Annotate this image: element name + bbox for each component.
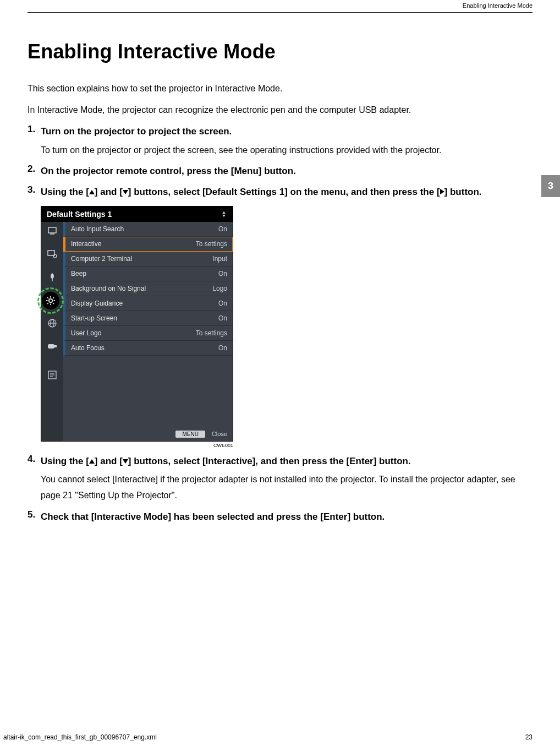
text-fragment: ] buttons, select [Default Settings 1] o… <box>128 187 440 197</box>
step-3: 3. Using the [] and [] buttons, select [… <box>41 184 532 448</box>
info-icon <box>47 369 58 380</box>
menu-row-label: Display Guidance <box>71 300 123 307</box>
svg-point-5 <box>53 254 57 258</box>
step-number: 3. <box>28 184 35 195</box>
menu-sidebar-icons <box>41 222 63 441</box>
svg-line-26 <box>47 297 48 298</box>
menu-row-value: To settings <box>196 329 227 337</box>
menu-row-label: User Logo <box>71 329 101 337</box>
menu-row-label: Background on No Signal <box>71 285 146 292</box>
menu-close-label: Close <box>212 431 227 437</box>
menu-row[interactable]: Background on No SignalLogo <box>63 281 233 296</box>
menu-row[interactable]: Auto Input SearchOn <box>63 222 233 237</box>
menu-row[interactable]: BeepOn <box>63 266 233 281</box>
menu-row[interactable]: Auto FocusOn <box>63 341 233 356</box>
scroll-indicator-icon <box>221 211 227 217</box>
step-body: To turn on the projector or project the … <box>41 143 532 159</box>
intro-paragraph-2: In Interactive Mode, the projector can r… <box>28 102 532 117</box>
menu-rows: Auto Input SearchOn InteractiveTo settin… <box>63 222 233 441</box>
gear-1-icon <box>42 292 59 309</box>
svg-rect-15 <box>48 344 54 349</box>
svg-rect-4 <box>48 251 54 255</box>
menu-row-value: Logo <box>212 285 227 292</box>
down-triangle-icon <box>123 459 128 464</box>
step-number: 5. <box>28 509 35 520</box>
svg-line-29 <box>47 303 48 304</box>
step-number: 4. <box>28 454 35 465</box>
svg-rect-16 <box>54 345 57 347</box>
text-fragment: ] buttons, select [Interactive], and the… <box>128 456 411 466</box>
menu-row-value: To settings <box>196 240 227 248</box>
eco-icon <box>47 271 58 282</box>
right-triangle-icon <box>440 189 444 194</box>
step-number: 2. <box>28 164 35 175</box>
menu-row-label: Computer 2 Terminal <box>71 255 132 263</box>
intro-paragraph-1: This section explains how to set the pro… <box>28 81 532 96</box>
menu-screenshot: Default Settings 1 <box>41 206 233 448</box>
menu-row-label: Interactive <box>71 240 101 248</box>
menu-row[interactable]: Display GuidanceOn <box>63 296 233 311</box>
menu-row-label: Beep <box>71 270 86 277</box>
menu-row-value: On <box>218 314 227 322</box>
text-fragment: ] button. <box>444 187 482 197</box>
footer-page-number: 23 <box>525 733 532 741</box>
text-fragment: Using the [ <box>41 456 89 466</box>
breadcrumb: Enabling Interactive Mode <box>463 2 532 12</box>
svg-line-28 <box>53 297 54 298</box>
step-heading: Turn on the projector to project the scr… <box>41 124 532 139</box>
text-fragment: Using the [ <box>41 187 89 197</box>
screen-icon <box>47 225 58 236</box>
step-heading: Using the [] and [] buttons, select [Int… <box>41 454 532 469</box>
menu-button[interactable]: MENU <box>175 431 205 438</box>
menu-row-value: On <box>218 270 227 277</box>
menu-row-label: Start-up Screen <box>71 314 117 322</box>
up-triangle-icon <box>89 190 95 194</box>
network-icon <box>47 318 58 329</box>
footer-filename: altair-ik_com_read_this_first_gb_0009670… <box>3 733 157 741</box>
step-5: 5. Check that [Interactive Mode] has bee… <box>41 509 532 524</box>
svg-marker-1 <box>222 215 226 217</box>
step-2: 2. On the projector remote control, pres… <box>41 164 532 178</box>
page-title: Enabling Interactive Mode <box>28 40 532 63</box>
step-number: 1. <box>28 124 35 135</box>
menu-title-text: Default Settings 1 <box>47 210 112 219</box>
menu-row-label: Auto Focus <box>71 344 105 352</box>
step-1: 1. Turn on the projector to project the … <box>41 124 532 158</box>
menu-row-label: Auto Input Search <box>71 225 124 233</box>
page-footer: altair-ik_com_read_this_first_gb_0009670… <box>0 733 560 741</box>
horizontal-rule <box>28 12 532 13</box>
text-fragment: ] and [ <box>95 187 123 197</box>
menu-row-value: On <box>218 344 227 352</box>
step-heading: On the projector remote control, press t… <box>41 164 532 178</box>
menu-footer: MENU Close <box>63 427 233 441</box>
svg-rect-2 <box>48 227 56 233</box>
step-heading: Check that [Interactive Mode] has been s… <box>41 509 532 524</box>
step-4: 4. Using the [] and [] buttons, select [… <box>41 454 532 504</box>
menu-row[interactable]: Start-up ScreenOn <box>63 311 233 326</box>
menu-empty-area <box>63 356 233 427</box>
figure-caption: CWE001 <box>41 442 233 448</box>
svg-marker-0 <box>222 211 226 214</box>
text-fragment: ] and [ <box>95 456 123 466</box>
down-triangle-icon <box>123 190 128 194</box>
step-heading: Using the [] and [] buttons, select [Def… <box>41 184 532 199</box>
menu-row-selected[interactable]: InteractiveTo settings <box>63 237 233 252</box>
menu-title-bar: Default Settings 1 <box>41 206 233 222</box>
menu-row-value: Input <box>212 255 227 263</box>
up-triangle-icon <box>89 459 95 464</box>
svg-line-27 <box>53 303 54 304</box>
menu-row[interactable]: Computer 2 TerminalInput <box>63 252 233 266</box>
chapter-tab: 3 <box>541 175 560 197</box>
menu-row-value: On <box>218 300 227 307</box>
screen-gear-icon <box>47 248 58 259</box>
menu-row-value: On <box>218 225 227 233</box>
svg-point-21 <box>49 299 52 302</box>
usb-icon <box>47 341 58 352</box>
step-body: You cannot select [Interactive] if the p… <box>41 472 532 504</box>
menu-row[interactable]: User LogoTo settings <box>63 326 233 341</box>
